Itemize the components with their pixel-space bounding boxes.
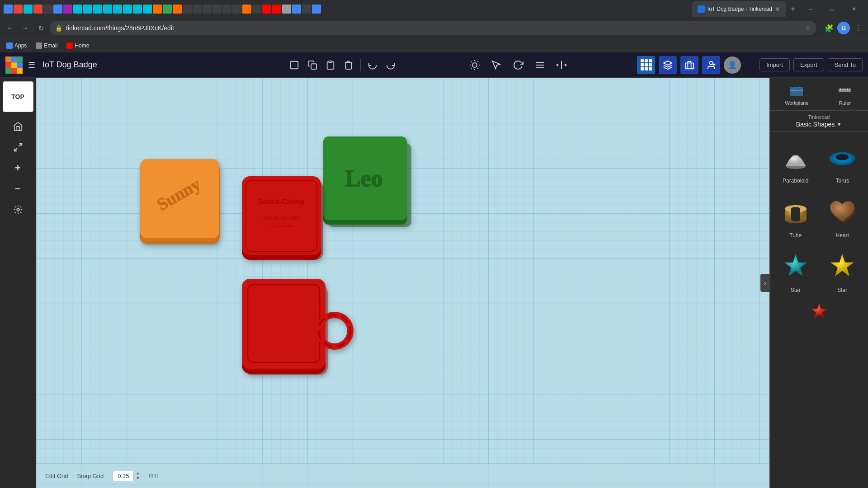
- tab-favicon-tab11[interactable]: [103, 5, 112, 14]
- workplane-btn[interactable]: Workplane: [785, 82, 808, 106]
- settings-icon[interactable]: ⋮: [852, 22, 864, 34]
- light-tool-btn[interactable]: [467, 57, 483, 73]
- reload-btn[interactable]: ↻: [34, 22, 47, 34]
- tab-favicon-tab2[interactable]: [14, 5, 23, 14]
- rotate-tool-btn[interactable]: [510, 57, 526, 73]
- zoom-out-btn[interactable]: −: [9, 180, 27, 198]
- tab-favicon-tab29[interactable]: [282, 5, 291, 14]
- logo-cell-5: [11, 62, 17, 68]
- snap-value-display[interactable]: 0.25: [113, 471, 134, 481]
- canvas-area[interactable]: Sunny Leo: [36, 78, 769, 488]
- build-view-btn[interactable]: [659, 56, 677, 74]
- align-tool-btn[interactable]: [532, 57, 548, 73]
- tab-favicon-tab21[interactable]: [203, 5, 212, 14]
- tab-favicon-tab16[interactable]: [153, 5, 162, 14]
- tab-favicon-tab7[interactable]: [63, 5, 72, 14]
- bookmark-email[interactable]: Email: [33, 42, 60, 50]
- red-bottom-badge[interactable]: [240, 277, 362, 400]
- mirror-tool-btn[interactable]: [553, 57, 570, 73]
- project-view-btn[interactable]: [680, 56, 698, 74]
- active-tab[interactable]: IoT Dog Badge - Tinkercad ✕: [692, 1, 786, 17]
- tab-favicon-tab13[interactable]: [123, 5, 132, 14]
- tab-favicon-tab26[interactable]: [252, 5, 261, 14]
- export-btn[interactable]: Export: [793, 58, 824, 71]
- tab-favicon-tab9[interactable]: [83, 5, 92, 14]
- tab-favicon-tab15[interactable]: [143, 5, 152, 14]
- shapes-dropdown[interactable]: Basic Shapes ▼: [796, 121, 842, 128]
- forward-btn[interactable]: →: [19, 22, 32, 34]
- snap-stepper[interactable]: ▲ ▼: [136, 471, 140, 481]
- green-badge[interactable]: Leo: [321, 132, 420, 242]
- star-icon[interactable]: ☆: [805, 24, 811, 32]
- tab-favicon-tab31[interactable]: [302, 5, 311, 14]
- left-panel: TOP + −: [0, 78, 36, 488]
- right-toolbar: 👤: [637, 56, 741, 74]
- tab-favicon-tab4[interactable]: [33, 5, 42, 14]
- shape-star-1[interactable]: Star: [774, 246, 817, 296]
- red-top-badge[interactable]: Sedab-Chimp YAMMY SENORA the good vibes: [240, 173, 330, 272]
- tab-favicon-tab25[interactable]: [242, 5, 251, 14]
- shape-paraboloid[interactable]: Paraboloid: [774, 136, 817, 187]
- tab-favicon-tab30[interactable]: [292, 5, 301, 14]
- maximize-btn[interactable]: □: [822, 2, 843, 16]
- panel-collapse-btn[interactable]: ›: [760, 274, 769, 292]
- snap-up-arrow[interactable]: ▲: [136, 471, 140, 476]
- tab-favicon-tab12[interactable]: [113, 5, 122, 14]
- orange-badge[interactable]: Sunny: [136, 155, 226, 256]
- grid-view-btn[interactable]: [637, 56, 655, 74]
- tab-favicon-tab28[interactable]: [272, 5, 281, 14]
- tab-favicon-tab8[interactable]: [73, 5, 82, 14]
- new-design-btn[interactable]: [286, 57, 302, 73]
- bottom-bar: Edit Grid Snap Grid 0.25 ▲ ▼ mm: [36, 463, 769, 488]
- tab-favicon-tab22[interactable]: [212, 5, 222, 14]
- edit-grid-btn[interactable]: Edit Grid: [45, 473, 68, 479]
- tab-favicon-tab1[interactable]: [4, 5, 13, 14]
- fullscreen-btn[interactable]: [9, 138, 27, 156]
- tab-favicon-tab14[interactable]: [133, 5, 142, 14]
- bookmark-home[interactable]: Home: [64, 42, 92, 50]
- view-cube[interactable]: TOP: [3, 81, 33, 112]
- snap-down-arrow[interactable]: ▼: [136, 476, 140, 481]
- redo-btn[interactable]: [382, 57, 399, 73]
- address-bar[interactable]: 🔒 tinkercad.com/things/28n6PJltXcK/edit …: [50, 21, 816, 35]
- list-view-icon[interactable]: ☰: [28, 60, 35, 70]
- tab-favicon-tab32[interactable]: [312, 5, 321, 14]
- shape-torus[interactable]: Torus: [821, 136, 864, 187]
- shape-star-2[interactable]: Star: [821, 246, 864, 296]
- shape-select-btn[interactable]: [488, 57, 505, 73]
- minimize-btn[interactable]: ─: [800, 2, 821, 16]
- new-tab-button[interactable]: +: [788, 4, 798, 14]
- perspective-btn[interactable]: [9, 201, 27, 219]
- undo-btn[interactable]: [364, 57, 381, 73]
- add-user-btn[interactable]: [702, 56, 720, 74]
- tab-favicon-tab17[interactable]: [163, 5, 172, 14]
- bookmark-apps[interactable]: Apps: [4, 42, 29, 50]
- shape-tube[interactable]: Tube: [774, 191, 817, 241]
- send-to-btn[interactable]: Send To: [828, 58, 863, 71]
- tab-favicon-tab27[interactable]: [262, 5, 271, 14]
- import-btn[interactable]: Import: [760, 58, 790, 71]
- paste-btn[interactable]: [322, 57, 339, 73]
- svg-line-11: [477, 61, 478, 62]
- reset-view-btn[interactable]: [9, 117, 27, 136]
- tab-favicon-tab6[interactable]: [53, 5, 62, 14]
- user-avatar-btn[interactable]: 👤: [724, 56, 741, 74]
- zoom-in-btn[interactable]: +: [9, 159, 27, 177]
- tab-favicon-tab10[interactable]: [93, 5, 102, 14]
- tab-favicon-tab23[interactable]: [222, 5, 231, 14]
- tab-favicon-tab20[interactable]: [193, 5, 202, 14]
- tab-favicon-tab5[interactable]: [43, 5, 52, 14]
- close-btn[interactable]: ✕: [844, 2, 864, 16]
- shape-heart[interactable]: Heart: [821, 191, 864, 241]
- tab-favicon-tab18[interactable]: [173, 5, 182, 14]
- extensions-icon[interactable]: 🧩: [823, 22, 835, 34]
- tab-favicon-tab19[interactable]: [183, 5, 192, 14]
- copy-btn[interactable]: [304, 57, 321, 73]
- tab-favicon-tab3[interactable]: [24, 5, 33, 14]
- back-btn[interactable]: ←: [4, 22, 16, 34]
- tab-close-btn[interactable]: ✕: [775, 5, 780, 13]
- tab-favicon-tab24[interactable]: [232, 5, 241, 14]
- ruler-btn[interactable]: Ruler: [837, 82, 853, 106]
- delete-btn[interactable]: [340, 57, 357, 73]
- profile-icon[interactable]: U: [837, 22, 850, 34]
